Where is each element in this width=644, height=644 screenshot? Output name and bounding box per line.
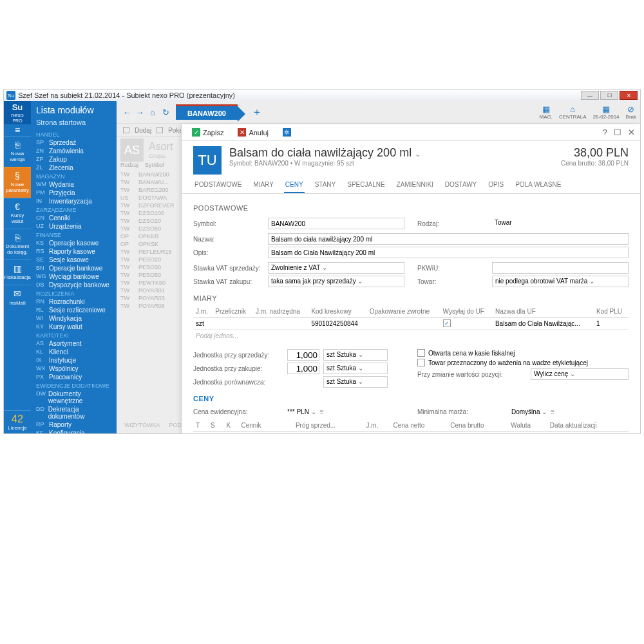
checkbox-otwarta-cena[interactable] xyxy=(417,349,425,357)
checkbox-icon[interactable] xyxy=(123,127,129,133)
tab-dostawy[interactable]: DOSTAWY xyxy=(444,177,478,193)
module-item[interactable]: RNRozrachunki xyxy=(31,298,117,306)
tab-opis[interactable]: OPIS xyxy=(487,177,505,193)
module-item[interactable]: WXWspólnicy xyxy=(31,365,117,373)
module-item[interactable]: SESesje kasowe xyxy=(31,256,117,264)
field-vat-sprzedazy[interactable]: Zwolnienie z VAT xyxy=(268,262,404,274)
help-icon[interactable]: ? xyxy=(603,128,607,137)
topbar-button[interactable]: ▦26-02-2014 xyxy=(593,104,620,120)
module-item[interactable]: WIWindykacja xyxy=(31,314,117,323)
tab-stany[interactable]: STANY xyxy=(314,177,337,193)
breadcrumb-tab[interactable]: BANAW200 xyxy=(176,104,238,120)
add-tab-button[interactable]: ＋ xyxy=(252,106,262,119)
module-item[interactable]: ZPZakup xyxy=(31,155,117,164)
nav-home-icon[interactable]: ⌂ xyxy=(146,106,159,118)
cancel-button[interactable]: ✕Anuluj xyxy=(232,127,274,138)
field-jednostka-sprzedazy[interactable]: szt Sztuka xyxy=(323,349,388,361)
maximize-icon[interactable]: ☐ xyxy=(614,128,621,137)
module-section: EWIDENCJE DODATKOWE xyxy=(31,381,117,390)
module-item[interactable]: ZLZlecenia xyxy=(31,164,117,172)
checkbox-wysylaj[interactable]: ✓ xyxy=(443,319,451,327)
module-item[interactable]: SPSprzedaż xyxy=(31,138,117,147)
module-item[interactable]: BNOperacje bankowe xyxy=(31,264,117,272)
module-item[interactable]: KLKlienci xyxy=(31,348,117,356)
table-row[interactable]: SOBDetaliczny0szt38,0038,00PLN26-02-2014 xyxy=(193,431,629,434)
topbar-button[interactable]: ⌂CENTRALA xyxy=(559,104,587,120)
field-jednostka-zakupu-qty[interactable] xyxy=(287,363,319,374)
menu-icon[interactable]: ≡ xyxy=(4,124,31,136)
module-item[interactable]: IXInstytucje xyxy=(31,356,117,365)
add-unit-row[interactable]: Podaj jednos... xyxy=(193,330,629,342)
window-close[interactable]: ✕ xyxy=(620,91,638,100)
field-zmiana-wartosci[interactable]: Wylicz cenę xyxy=(531,368,629,380)
window-maximize[interactable]: ☐ xyxy=(600,91,618,100)
module-item[interactable]: KFKonfiguracja xyxy=(31,429,117,433)
field-min-marza[interactable]: Domyślna xyxy=(511,408,547,415)
sidebar-icon-item[interactable]: ⎘Nowa wersja xyxy=(4,136,31,167)
save-button[interactable]: ✓Zapisz xyxy=(187,127,229,138)
tab-miary[interactable]: MIARY xyxy=(252,177,275,193)
module-item[interactable]: RLSesje rozliczeniowe xyxy=(31,306,117,314)
nav-refresh-icon[interactable]: ↻ xyxy=(159,106,172,118)
title-bar: Su Szef Szef na subiekt 21.02.2014 - Sub… xyxy=(4,90,640,101)
gear-button[interactable]: ✲ xyxy=(278,127,296,138)
module-item[interactable]: RSRaporty kasowe xyxy=(31,247,117,256)
module-item[interactable]: INInwentaryzacja xyxy=(31,197,117,205)
topbar-button[interactable]: ⊘Brak xyxy=(626,104,636,120)
tab-zamienniki[interactable]: ZAMIENNIKI xyxy=(395,177,435,193)
module-item[interactable]: PXPracownicy xyxy=(31,373,117,381)
checkbox-icon[interactable] xyxy=(156,127,163,133)
field-towar-vat[interactable]: nie podlega obrotowi VAT marża xyxy=(492,276,629,287)
module-item[interactable]: PMPrzyjęcia xyxy=(31,189,117,197)
tab-specjalne[interactable]: SPECJALNE xyxy=(346,177,386,193)
field-symbol[interactable] xyxy=(268,218,404,229)
sidebar-icon-item[interactable]: ▥Fiskalizacja xyxy=(4,260,31,285)
field-cena-ewidencyjna[interactable]: *** PLN xyxy=(287,408,316,415)
module-item[interactable]: ZNZamówienia xyxy=(31,147,117,155)
module-item[interactable]: UZUrządzenia xyxy=(31,222,117,231)
section-miary: MIARY xyxy=(193,294,629,302)
table-row[interactable]: szt 5901024250844 ✓ Balsam do Ciała Nawi… xyxy=(193,317,629,330)
module-item[interactable]: KSOperacje kasowe xyxy=(31,239,117,247)
module-item[interactable]: WMWydania xyxy=(31,180,117,189)
module-item[interactable]: KYKursy walut xyxy=(31,323,117,331)
module-item[interactable]: DWDokumenty wewnętrzne xyxy=(31,390,117,405)
field-jednostka-sprzedazy-qty[interactable] xyxy=(287,349,319,361)
menu-icon[interactable]: ≡ xyxy=(551,408,554,415)
nav-back[interactable]: ← xyxy=(120,106,133,118)
topbar-button[interactable]: ▦MAG. xyxy=(539,104,552,120)
sidebar-icon-item[interactable]: €Kursy walut xyxy=(4,198,31,229)
tab-podstawowe[interactable]: PODSTAWOWE xyxy=(193,177,243,193)
product-title: Balsam do ciała nawilżający 200 ml ⌄ xyxy=(229,146,553,160)
field-opis[interactable] xyxy=(268,247,629,258)
close-icon[interactable]: ✕ xyxy=(628,128,635,137)
sidebar-icon-item[interactable]: §Nowe parametry xyxy=(4,167,31,198)
module-item[interactable]: ASAsortyment xyxy=(31,339,117,348)
window-minimize[interactable]: — xyxy=(581,91,599,100)
module-item[interactable]: CNCenniki xyxy=(31,214,117,222)
module-item[interactable]: DBDyspozycje bankowe xyxy=(31,281,117,289)
toolbar-add[interactable]: Dodaj xyxy=(135,127,151,134)
sidebar-icon-item[interactable]: ⎘Dokument do księg. xyxy=(4,229,31,260)
list-item: TWDZFOREVER xyxy=(120,202,185,209)
menu-icon[interactable]: ≡ xyxy=(320,408,324,415)
module-item[interactable]: DDDekretacja dokumentów xyxy=(31,405,117,421)
tab-ceny[interactable]: CENY xyxy=(284,177,305,193)
field-pkwiu[interactable] xyxy=(492,262,629,274)
module-home[interactable]: Strona startowa xyxy=(31,117,117,130)
module-item[interactable]: RPRaporty xyxy=(31,421,117,429)
field-nazwa[interactable] xyxy=(268,233,629,245)
field-jednostka-porownawcza[interactable]: szt Sztuka xyxy=(323,376,388,388)
module-item[interactable]: WGWyciągi bankowe xyxy=(31,272,117,281)
list-item: TWDZSO20 xyxy=(120,217,185,225)
license-badge[interactable]: 42 Licencje xyxy=(4,410,31,433)
editor-tabs: PODSTAWOWEMIARYCENYSTANYSPECJALNEZAMIENN… xyxy=(182,177,640,194)
field-vat-zakupu[interactable]: taka sama jak przy sprzedaży xyxy=(268,276,404,287)
list-item: TWPOYAR03 xyxy=(120,294,185,302)
field-jednostka-zakupu[interactable]: szt Sztuka xyxy=(323,363,388,374)
checkbox-wazenie[interactable] xyxy=(417,359,425,366)
app-logo: Su nexo PRO xyxy=(4,101,31,124)
sidebar-icon-item[interactable]: ✉InsMail xyxy=(4,285,31,310)
nav-forward[interactable]: → xyxy=(133,106,146,118)
tab-pola własne[interactable]: POLA WŁASNE xyxy=(514,177,562,193)
